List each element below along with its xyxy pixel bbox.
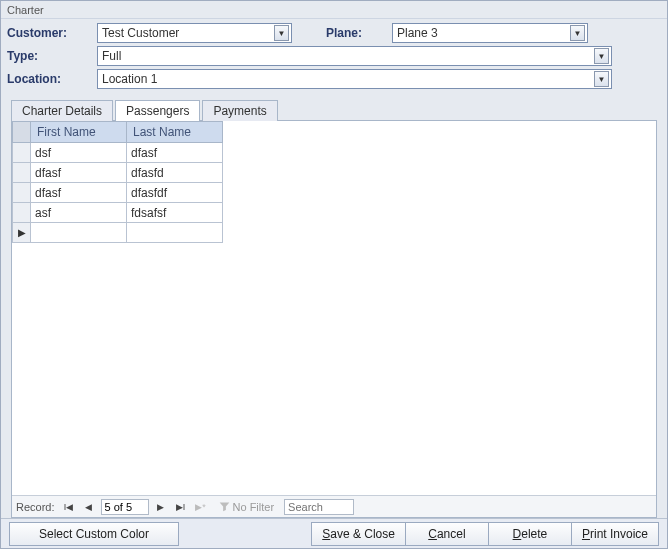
filter-text: No Filter <box>233 501 275 513</box>
dropdown-icon[interactable]: ▼ <box>274 25 289 41</box>
delete-button[interactable]: Delete <box>488 522 572 546</box>
filter-indicator[interactable]: No Filter <box>219 501 275 513</box>
save-close-button[interactable]: Save & Close <box>311 522 406 546</box>
customer-value: Test Customer <box>102 26 179 40</box>
nav-last-icon[interactable]: ▶I <box>173 499 189 515</box>
cell-first-name[interactable]: dfasf <box>31 183 127 203</box>
passengers-grid[interactable]: First Name Last Name dsf dfasf dfasf <box>12 121 656 495</box>
current-record-icon[interactable]: ▶ <box>13 223 31 243</box>
select-color-button[interactable]: Select Custom Color <box>9 522 179 546</box>
dropdown-icon[interactable]: ▼ <box>570 25 585 41</box>
record-label: Record: <box>16 501 55 513</box>
print-invoice-button[interactable]: Print Invoice <box>571 522 659 546</box>
cell-first-name[interactable]: asf <box>31 203 127 223</box>
tab-strip: Charter Details Passengers Payments <box>11 100 657 121</box>
nav-next-icon[interactable]: ▶ <box>153 499 169 515</box>
row-selector-header[interactable] <box>13 122 31 143</box>
tab-charter-details[interactable]: Charter Details <box>11 100 113 121</box>
col-last-name[interactable]: Last Name <box>127 122 223 143</box>
cell-last-name[interactable]: fdsafsf <box>127 203 223 223</box>
cancel-button[interactable]: Cancel <box>405 522 489 546</box>
footer-bar: Select Custom Color Save & Close Cancel … <box>1 518 667 548</box>
cell-last-name[interactable]: dfasfdf <box>127 183 223 203</box>
cell-last-name[interactable]: dfasf <box>127 143 223 163</box>
cell-last-name[interactable]: dfasfd <box>127 163 223 183</box>
label-customer: Customer: <box>7 26 91 40</box>
label-type: Type: <box>7 49 91 63</box>
tab-passengers[interactable]: Passengers <box>115 100 200 121</box>
nav-prev-icon[interactable]: ◀ <box>81 499 97 515</box>
charter-window: Charter Customer: Test Customer ▼ Plane:… <box>0 0 668 549</box>
cell-first-name[interactable]: dsf <box>31 143 127 163</box>
location-combo[interactable]: Location 1 ▼ <box>97 69 612 89</box>
plane-combo[interactable]: Plane 3 ▼ <box>392 23 588 43</box>
tab-payments[interactable]: Payments <box>202 100 277 121</box>
col-first-name[interactable]: First Name <box>31 122 127 143</box>
table-row[interactable]: dsf dfasf <box>13 143 223 163</box>
passengers-subform: First Name Last Name dsf dfasf dfasf <box>11 120 657 518</box>
table-row[interactable]: asf fdsafsf <box>13 203 223 223</box>
customer-combo[interactable]: Test Customer ▼ <box>97 23 292 43</box>
plane-value: Plane 3 <box>397 26 438 40</box>
form-header: Customer: Test Customer ▼ Plane: Plane 3… <box>1 19 667 95</box>
type-combo[interactable]: Full ▼ <box>97 46 612 66</box>
label-plane: Plane: <box>326 26 386 40</box>
location-value: Location 1 <box>102 72 157 86</box>
filter-icon <box>219 501 230 512</box>
cell-first-name[interactable] <box>31 223 127 243</box>
table-row[interactable]: dfasf dfasfdf <box>13 183 223 203</box>
search-input[interactable] <box>284 499 354 515</box>
table-row[interactable]: dfasf dfasfd <box>13 163 223 183</box>
nav-first-icon[interactable]: I◀ <box>61 499 77 515</box>
cell-last-name[interactable] <box>127 223 223 243</box>
cell-first-name[interactable]: dfasf <box>31 163 127 183</box>
row-selector[interactable] <box>13 183 31 203</box>
window-title: Charter <box>1 1 667 19</box>
label-location: Location: <box>7 72 91 86</box>
row-selector[interactable] <box>13 143 31 163</box>
row-selector[interactable] <box>13 163 31 183</box>
record-navigator: Record: I◀ ◀ ▶ ▶I ▶* No Filter <box>12 495 656 517</box>
tab-container: Charter Details Passengers Payments Firs… <box>1 95 667 518</box>
nav-new-icon[interactable]: ▶* <box>193 499 209 515</box>
record-position[interactable] <box>101 499 149 515</box>
new-record-row[interactable]: ▶ <box>13 223 223 243</box>
dropdown-icon[interactable]: ▼ <box>594 48 609 64</box>
dropdown-icon[interactable]: ▼ <box>594 71 609 87</box>
type-value: Full <box>102 49 121 63</box>
row-selector[interactable] <box>13 203 31 223</box>
